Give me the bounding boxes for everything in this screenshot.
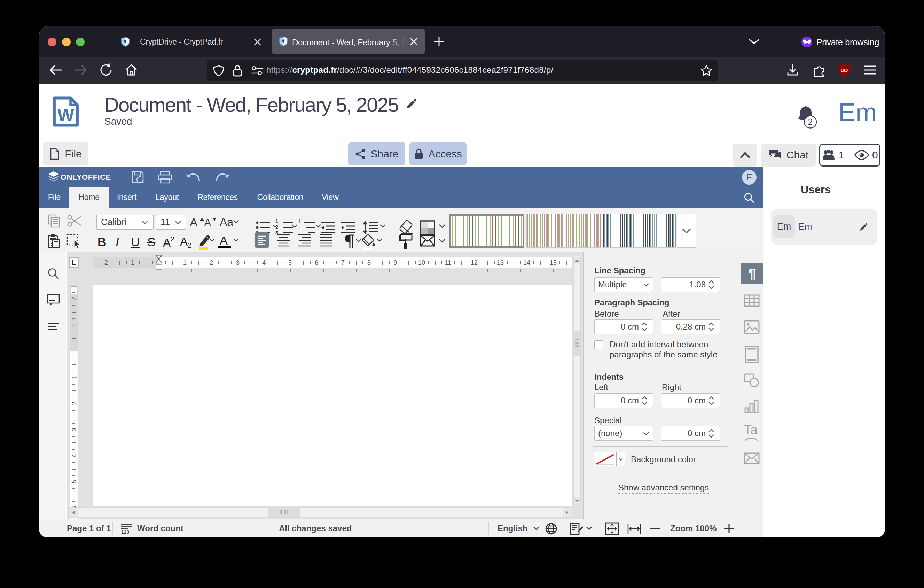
svg-text:2: 2	[808, 117, 813, 126]
svg-text:W: W	[58, 105, 74, 125]
svg-text:123: 123	[121, 529, 130, 535]
svg-text:uO: uO	[841, 67, 848, 73]
